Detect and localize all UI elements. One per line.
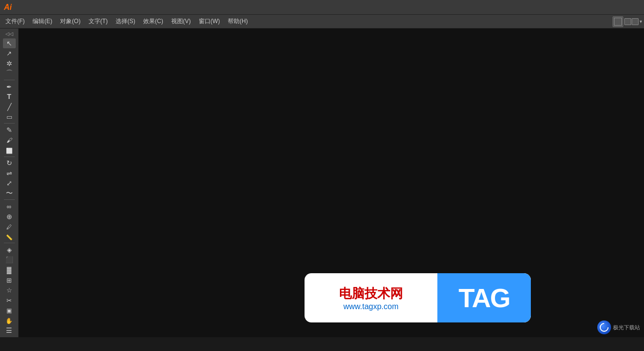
pen-icon xyxy=(6,83,12,91)
tool-divider-4 xyxy=(4,199,15,200)
tool-graph[interactable] xyxy=(3,255,16,265)
options-view-toggle[interactable] xyxy=(624,18,639,25)
tool-pen[interactable] xyxy=(3,82,16,92)
warp-icon xyxy=(6,189,13,198)
shape-builder-icon xyxy=(6,286,12,294)
tool-divider-3 xyxy=(4,157,15,157)
gradient-icon xyxy=(7,266,11,274)
tool-knife[interactable] xyxy=(3,295,16,305)
scale-icon xyxy=(6,179,12,187)
main-layout: ◁◁ xyxy=(0,29,644,337)
rotate-icon xyxy=(6,159,12,167)
menu-bar: 文件(F) 编辑(E) 对象(O) 文字(T) 选择(S) 效果(C) 视图(V… xyxy=(0,15,644,29)
eyedropper-icon xyxy=(6,223,12,230)
watermark-url: www.tagxp.com xyxy=(343,302,399,311)
tool-blend[interactable] xyxy=(3,201,16,211)
direct-selection-icon xyxy=(6,49,12,57)
options-arrow[interactable]: ▾ xyxy=(640,19,642,24)
menu-text[interactable]: 文字(T) xyxy=(85,16,111,27)
brush-icon xyxy=(6,136,12,144)
graph-icon xyxy=(5,255,13,263)
reflect-icon xyxy=(6,169,12,177)
watermark-right: TAG xyxy=(437,273,531,322)
tool-selection[interactable] xyxy=(3,38,16,48)
tool-brush[interactable] xyxy=(3,135,16,145)
tool-divider-1 xyxy=(4,80,15,80)
tool-zoom[interactable] xyxy=(3,212,16,222)
tool-magic-wand[interactable] xyxy=(3,59,16,68)
eraser-icon xyxy=(6,146,13,154)
magic-wand-icon xyxy=(6,60,12,67)
artboard-icon xyxy=(6,306,12,314)
selection-icon xyxy=(6,39,12,47)
mesh-icon xyxy=(6,276,12,284)
tool-shape-builder[interactable] xyxy=(3,285,16,295)
blend-icon xyxy=(7,202,11,210)
watermark-overlay: 电脑技术网 www.tagxp.com TAG xyxy=(305,273,531,322)
tool-reflect[interactable] xyxy=(3,168,16,178)
tool-scale[interactable] xyxy=(3,178,16,188)
tool-rotate[interactable] xyxy=(3,158,16,168)
tool-warp[interactable] xyxy=(3,189,16,198)
jiguang-text: 极光下载站 xyxy=(613,324,640,331)
watermark-title: 电脑技术网 xyxy=(339,285,403,302)
columns-icon xyxy=(6,326,12,334)
title-bar: Ai xyxy=(0,0,644,15)
symbol-icon xyxy=(7,246,12,254)
pencil-icon xyxy=(6,126,12,134)
tool-divider-5 xyxy=(4,243,15,243)
tool-mesh[interactable] xyxy=(3,275,16,285)
ai-logo: Ai xyxy=(4,3,16,12)
options-square-btn[interactable] xyxy=(613,16,623,27)
tool-rectangle[interactable] xyxy=(3,112,16,122)
tool-line[interactable] xyxy=(3,102,16,112)
tool-direct-selection[interactable] xyxy=(3,49,16,59)
tool-measure[interactable] xyxy=(3,232,16,242)
jiguang-icon xyxy=(597,320,611,334)
toolbar: ◁◁ xyxy=(0,29,19,337)
tool-symbol[interactable] xyxy=(3,245,16,255)
menu-edit[interactable]: 编辑(E) xyxy=(29,16,56,27)
menu-view[interactable]: 视图(V) xyxy=(168,16,194,27)
tool-lasso[interactable] xyxy=(3,69,16,79)
tool-eraser[interactable] xyxy=(3,145,16,155)
watermark-left: 电脑技术网 www.tagxp.com xyxy=(305,281,437,315)
measure-icon xyxy=(6,233,13,241)
tool-pencil[interactable] xyxy=(3,125,16,135)
menu-file[interactable]: 文件(F) xyxy=(2,16,28,27)
menu-help[interactable]: 帮助(H) xyxy=(224,16,251,27)
rectangle-icon xyxy=(6,113,12,121)
tool-gradient[interactable] xyxy=(3,265,16,275)
jiguang-logo: 极光下载站 xyxy=(597,320,640,334)
menu-window[interactable]: 窗口(W) xyxy=(195,16,223,27)
view-option-1 xyxy=(624,18,631,25)
tool-divider-2 xyxy=(4,123,15,124)
tool-artboard[interactable] xyxy=(3,305,16,315)
tool-type[interactable] xyxy=(3,92,16,102)
options-square-icon xyxy=(614,18,622,26)
zoom-icon xyxy=(6,213,12,221)
lasso-icon xyxy=(6,69,13,78)
watermark-tag: TAG xyxy=(459,283,510,313)
tool-hand[interactable] xyxy=(3,316,16,325)
tool-eyedropper[interactable] xyxy=(3,222,16,231)
knife-icon xyxy=(6,296,12,304)
hand-icon xyxy=(5,317,13,324)
toolbar-collapse-btn[interactable]: ◁◁ xyxy=(0,31,18,36)
menu-select[interactable]: 选择(S) xyxy=(112,16,139,27)
type-icon xyxy=(7,93,11,100)
menu-object[interactable]: 对象(O) xyxy=(57,16,84,27)
menu-effect[interactable]: 效果(C) xyxy=(140,16,167,27)
tool-columns[interactable] xyxy=(3,326,16,336)
view-option-2 xyxy=(632,18,639,25)
canvas-area[interactable]: 电脑技术网 www.tagxp.com TAG 极光下载站 xyxy=(19,29,644,337)
line-icon xyxy=(7,103,11,111)
